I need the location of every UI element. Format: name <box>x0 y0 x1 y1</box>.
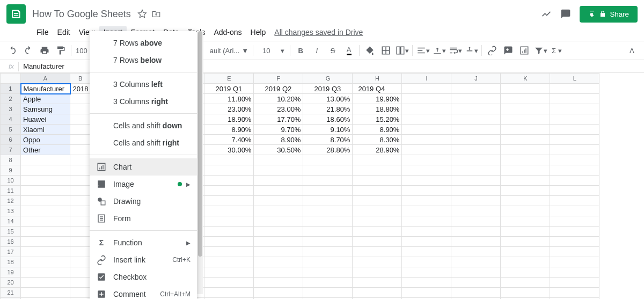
print-icon[interactable] <box>38 43 52 57</box>
row-header[interactable]: 15 <box>1 227 21 237</box>
col-header[interactable]: B <box>70 74 91 84</box>
cell[interactable]: Samsung <box>21 104 70 114</box>
cell[interactable]: 21.80% <box>303 104 353 114</box>
cell[interactable]: 8.90% <box>353 125 402 135</box>
paint-format-icon[interactable] <box>54 43 68 57</box>
borders-icon[interactable] <box>379 43 393 57</box>
row-header[interactable]: 5 <box>1 125 21 135</box>
share-button[interactable]: Share <box>580 6 638 23</box>
insert-form[interactable]: Form <box>90 210 197 227</box>
row-header[interactable]: 11 <box>1 186 21 196</box>
cell[interactable]: Other <box>21 145 70 155</box>
text-wrap-icon[interactable]: ▾ <box>448 43 462 57</box>
col-header[interactable]: I <box>402 74 451 84</box>
cell[interactable]: 11.80% <box>204 94 254 104</box>
formula-input[interactable]: Manufacturer <box>19 62 64 70</box>
cell[interactable]: Huawei <box>21 114 70 125</box>
row-header[interactable]: 9 <box>1 165 21 176</box>
insert-rows-below[interactable]: 7 Rows below <box>90 52 197 69</box>
cell[interactable]: 8.90% <box>204 125 254 135</box>
row-header[interactable]: 3 <box>1 104 21 114</box>
row-header[interactable]: 13 <box>1 206 21 216</box>
col-header[interactable]: J <box>451 74 501 84</box>
undo-icon[interactable] <box>5 43 19 57</box>
menu-edit[interactable]: Edit <box>53 26 75 39</box>
cell[interactable]: Apple <box>21 94 70 104</box>
cell[interactable]: 30.50% <box>254 145 303 155</box>
cell[interactable]: 7.40% <box>204 135 254 145</box>
link-icon[interactable] <box>485 43 499 57</box>
row-header[interactable]: 18 <box>1 257 21 267</box>
menu-help[interactable]: Help <box>246 26 270 39</box>
insert-drawing[interactable]: Drawing <box>90 193 197 210</box>
cell[interactable]: Xiaomi <box>21 125 70 135</box>
insert-chart[interactable]: Chart <box>90 158 197 176</box>
insert-function[interactable]: Σ Function ▶ <box>90 234 197 251</box>
collapse-toolbar-icon[interactable]: ᐱ <box>625 43 639 57</box>
row-header[interactable]: 19 <box>1 267 21 278</box>
col-header[interactable]: A <box>21 74 70 84</box>
filter-icon[interactable]: ▾ <box>533 43 547 57</box>
row-header[interactable]: 1 <box>1 84 21 94</box>
cell[interactable]: 2018 <box>70 84 91 94</box>
zoom-select[interactable]: 100 <box>74 47 90 55</box>
redo-icon[interactable] <box>21 43 35 57</box>
row-header[interactable]: 4 <box>1 114 21 125</box>
bold-icon[interactable]: B <box>294 43 308 57</box>
row-header[interactable]: 12 <box>1 196 21 206</box>
col-header[interactable]: E <box>204 74 254 84</box>
v-align-icon[interactable]: ▾ <box>432 43 446 57</box>
cell[interactable]: 10.20% <box>254 94 303 104</box>
cell[interactable]: 2019 Q2 <box>254 84 303 94</box>
cell[interactable]: 8.90% <box>254 135 303 145</box>
cell[interactable]: 8.70% <box>303 135 353 145</box>
font-select[interactable]: ault (Ari...▼ <box>208 47 251 55</box>
cell[interactable]: 9.70% <box>254 125 303 135</box>
menu-scrollbar[interactable] <box>197 31 203 294</box>
cell[interactable]: 23.00% <box>254 104 303 114</box>
cell[interactable]: Manufacturer <box>21 84 70 94</box>
col-header[interactable]: F <box>254 74 303 84</box>
menu-file[interactable]: File <box>32 26 53 39</box>
row-header[interactable]: 20 <box>1 278 21 288</box>
cell[interactable]: 15.20% <box>353 114 402 125</box>
row-header[interactable]: 17 <box>1 247 21 257</box>
cell[interactable]: 2019 Q4 <box>353 84 402 94</box>
italic-icon[interactable]: I <box>310 43 324 57</box>
insert-link[interactable]: Insert link Ctrl+K <box>90 251 197 268</box>
h-align-icon[interactable]: ▾ <box>416 43 430 57</box>
cell[interactable]: 28.80% <box>303 145 353 155</box>
text-color-icon[interactable]: A <box>342 43 356 57</box>
fill-color-icon[interactable] <box>363 43 377 57</box>
add-comment-icon[interactable] <box>501 43 515 57</box>
functions-icon[interactable]: Σ ▾ <box>550 43 564 57</box>
cell[interactable]: 30.00% <box>204 145 254 155</box>
col-header[interactable]: L <box>550 74 599 84</box>
star-icon[interactable] <box>135 9 149 19</box>
insert-rows-above[interactable]: 7 Rows above <box>90 34 197 52</box>
insert-cells-shift-down[interactable]: Cells and shift down <box>90 117 197 134</box>
cell[interactable]: 9.10% <box>303 125 353 135</box>
cell[interactable]: Oppo <box>21 135 70 145</box>
cell[interactable]: 13.00% <box>303 94 353 104</box>
row-header[interactable]: 14 <box>1 216 21 227</box>
cell[interactable]: 8.30% <box>353 135 402 145</box>
cell[interactable]: 28.90% <box>353 145 402 155</box>
strikethrough-icon[interactable]: S <box>326 43 340 57</box>
cell[interactable]: 2019 Q3 <box>303 84 353 94</box>
move-icon[interactable] <box>149 9 163 19</box>
menu-addons[interactable]: Add-ons <box>209 26 246 39</box>
insert-comment[interactable]: Comment Ctrl+Alt+M <box>90 286 197 299</box>
insert-chart-icon[interactable] <box>517 43 531 57</box>
cell[interactable]: 19.90% <box>353 94 402 104</box>
cell[interactable]: 17.70% <box>254 114 303 125</box>
insert-cols-right[interactable]: 3 Columns right <box>90 93 197 110</box>
font-size-select[interactable]: 10 <box>255 47 277 55</box>
row-header[interactable]: 16 <box>1 237 21 247</box>
row-header[interactable]: 10 <box>1 176 21 186</box>
insert-cells-shift-right[interactable]: Cells and shift right <box>90 134 197 151</box>
explore-trend-icon[interactable] <box>537 9 556 19</box>
col-header[interactable]: K <box>501 74 550 84</box>
document-title[interactable]: How To Google Sheets <box>32 9 131 20</box>
cell[interactable]: 18.80% <box>353 104 402 114</box>
